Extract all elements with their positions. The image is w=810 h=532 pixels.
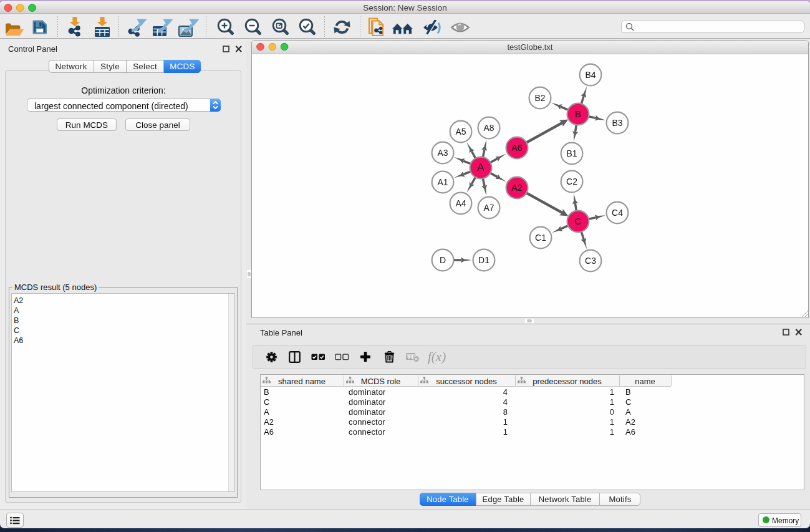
svg-text:C4: C4 — [612, 208, 623, 218]
svg-text:A4: A4 — [455, 198, 466, 208]
svg-text:C1: C1 — [535, 233, 546, 243]
svg-text:B4: B4 — [585, 70, 595, 80]
svg-text:B1: B1 — [566, 148, 577, 158]
svg-text:C3: C3 — [585, 256, 596, 266]
svg-text:A2: A2 — [511, 183, 523, 193]
svg-text:C: C — [575, 216, 582, 226]
svg-text:A5: A5 — [455, 127, 466, 137]
svg-text:C2: C2 — [566, 177, 577, 186]
svg-text:A3: A3 — [437, 148, 448, 158]
svg-text:A1: A1 — [437, 177, 448, 187]
svg-text:B3: B3 — [612, 118, 622, 128]
svg-text:D: D — [440, 255, 446, 265]
svg-text:A6: A6 — [511, 143, 523, 153]
svg-text:D1: D1 — [478, 255, 489, 265]
svg-text:B2: B2 — [534, 93, 545, 103]
svg-text:B: B — [575, 109, 581, 119]
svg-text:A7: A7 — [483, 203, 494, 213]
svg-text:A: A — [477, 162, 485, 173]
svg-text:A8: A8 — [483, 123, 494, 133]
